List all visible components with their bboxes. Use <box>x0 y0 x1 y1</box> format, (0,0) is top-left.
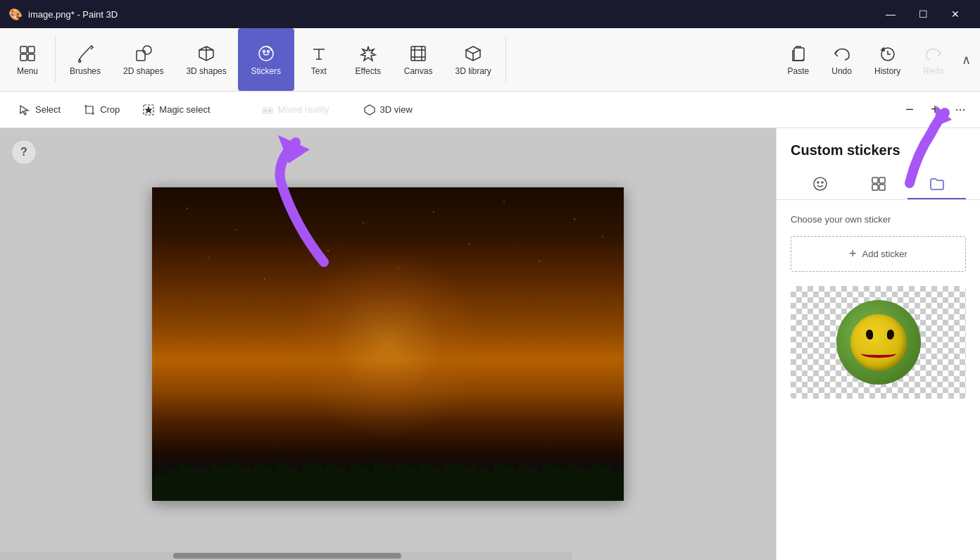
zoom-more-button[interactable]: ··· <box>949 99 972 121</box>
svg-point-5 <box>143 46 151 54</box>
canvas-label: Canvas <box>404 66 433 76</box>
title-bar-controls: — ☐ ✕ <box>874 0 972 28</box>
panel-body: Choose your own sticker + Add sticker <box>777 200 980 560</box>
toolbar-item-2dshapes[interactable]: 2D shapes <box>112 28 175 91</box>
panel-tabs <box>777 170 980 200</box>
text-icon <box>309 44 329 63</box>
canvas-area[interactable]: ? <box>0 128 776 560</box>
panel-header: Custom stickers <box>777 128 980 200</box>
svg-rect-0 <box>20 46 27 53</box>
tab-emoji[interactable] <box>791 170 849 199</box>
add-sticker-button[interactable]: + Add sticker <box>791 236 966 272</box>
toolbar-item-paste[interactable]: Paste <box>777 38 821 82</box>
add-icon: + <box>849 247 857 261</box>
select-button[interactable]: Select <box>8 99 70 120</box>
text-label: Text <box>311 66 327 76</box>
scrollbar-thumb[interactable] <box>173 553 402 559</box>
sticker-preview <box>791 286 966 399</box>
zoom-in-button[interactable]: + <box>924 99 946 121</box>
secondary-toolbar: Select Crop Magic select Mixed reality 3… <box>0 92 980 128</box>
toolbar-item-undo[interactable]: Undo <box>820 38 863 82</box>
select-icon <box>18 104 31 116</box>
stickers-label: Stickers <box>251 66 281 76</box>
svg-point-20 <box>817 182 819 183</box>
help-button[interactable]: ? <box>11 139 37 165</box>
mixed-reality-icon <box>261 104 274 116</box>
crop-label: Crop <box>100 104 120 115</box>
svg-marker-18 <box>278 135 310 163</box>
toolbar-item-history[interactable]: History <box>863 38 912 82</box>
history-icon <box>878 44 898 63</box>
toolbar-item-brushes[interactable]: Brushes <box>58 28 112 91</box>
svg-rect-9 <box>411 46 425 61</box>
sticker-face <box>850 314 907 371</box>
minimize-button[interactable]: — <box>874 0 907 28</box>
toolbar-item-menu[interactable]: Menu <box>3 28 52 91</box>
toolbar-item-text[interactable]: Text <box>294 28 344 91</box>
3d-view-icon <box>363 104 376 116</box>
effects-label: Effects <box>356 66 381 76</box>
crop-icon <box>83 104 96 116</box>
canvas-horizontal-scrollbar[interactable] <box>0 552 572 560</box>
svg-rect-24 <box>872 185 878 190</box>
history-label: History <box>874 66 900 76</box>
zoom-out-button[interactable]: − <box>898 99 921 121</box>
undo-label: Undo <box>831 66 852 76</box>
svg-point-15 <box>268 109 271 112</box>
magic-select-button[interactable]: Magic select <box>132 99 220 120</box>
3d-view-label: 3D view <box>380 104 413 115</box>
svg-rect-2 <box>20 54 27 61</box>
select-label: Select <box>35 104 61 115</box>
toolbar-collapse[interactable]: ∧ <box>955 52 977 68</box>
svg-point-21 <box>822 182 823 183</box>
3dshapes-icon <box>196 44 216 63</box>
toolbar-item-3dlibrary[interactable]: 3D library <box>444 28 502 91</box>
close-button[interactable]: ✕ <box>939 0 972 28</box>
panel-body-text: Choose your own sticker <box>791 214 966 225</box>
3d-view-button[interactable]: 3D view <box>353 99 422 120</box>
svg-point-7 <box>263 50 265 52</box>
toolbar-item-3dshapes[interactable]: 3D shapes <box>175 28 237 91</box>
maximize-button[interactable]: ☐ <box>907 0 939 28</box>
toolbar-item-stickers[interactable]: Stickers <box>238 28 294 91</box>
sep2 <box>505 37 506 82</box>
svg-marker-16 <box>365 105 375 115</box>
2dshapes-icon <box>134 44 153 63</box>
mixed-reality-button: Mixed reality <box>251 99 339 120</box>
right-panel: Custom stickers <box>776 128 980 560</box>
tab-grid[interactable] <box>849 170 907 199</box>
trees-silhouette <box>152 430 624 501</box>
svg-point-14 <box>264 109 267 112</box>
emoji-tab-icon <box>812 175 829 192</box>
toolbar-item-effects[interactable]: Effects <box>344 28 393 91</box>
title-bar-left: 🎨 image.png* - Paint 3D <box>8 8 118 21</box>
zoom-controls: − + ··· <box>898 99 972 121</box>
mixed-reality-label: Mixed reality <box>278 104 329 115</box>
svg-point-8 <box>267 50 269 52</box>
panel-title: Custom stickers <box>791 142 966 158</box>
toolbar-item-canvas[interactable]: Canvas <box>393 28 444 91</box>
crop-button[interactable]: Crop <box>73 99 130 120</box>
main-area: ? <box>0 128 980 560</box>
undo-icon <box>832 44 852 63</box>
paste-icon <box>789 44 808 63</box>
main-toolbar: Menu Brushes 2D shapes 3D shapes <box>0 28 980 92</box>
menu-label: Menu <box>17 66 38 76</box>
tab-folder[interactable] <box>907 170 966 199</box>
app-icon: 🎨 <box>8 8 23 21</box>
sep1 <box>55 37 56 82</box>
magic-select-label: Magic select <box>159 104 210 115</box>
help-label: ? <box>20 146 27 158</box>
brush-icon <box>75 44 95 63</box>
redo-icon <box>924 44 943 63</box>
window-title: image.png* - Paint 3D <box>28 9 118 20</box>
canvas-icon <box>408 44 428 63</box>
stickers-icon <box>256 44 276 63</box>
svg-rect-3 <box>28 54 34 61</box>
svg-rect-23 <box>879 178 885 183</box>
3dlibrary-icon <box>463 44 483 63</box>
toolbar-right: Paste Undo History Redo ∧ <box>777 28 977 91</box>
grid-tab-icon <box>870 175 887 192</box>
magic-select-icon <box>142 104 155 116</box>
2dshapes-label: 2D shapes <box>123 66 163 76</box>
